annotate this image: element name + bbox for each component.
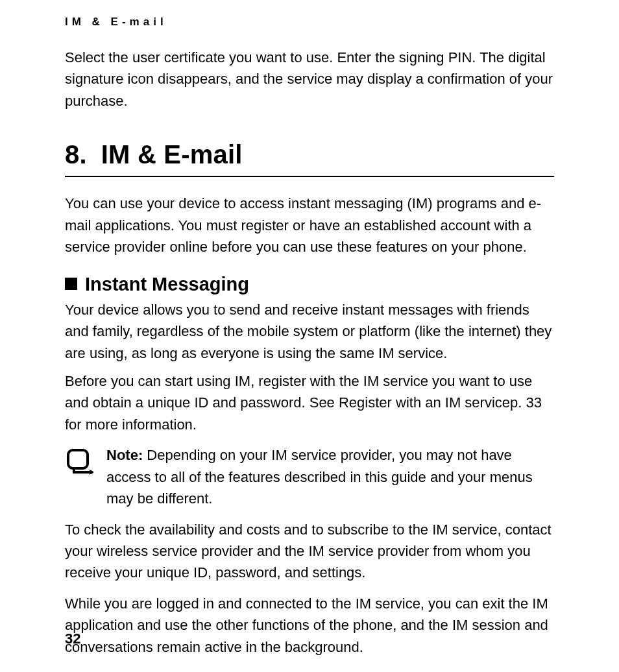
running-header: IM & E-mail xyxy=(65,16,554,29)
chapter-intro-paragraph: You can use your device to access instan… xyxy=(65,193,554,258)
chapter-rule xyxy=(65,176,554,177)
section-paragraph-2: Before you can start using IM, register … xyxy=(65,370,554,435)
section-paragraph-3: To check the availability and costs and … xyxy=(65,519,554,584)
document-page: IM & E-mail Select the user certificate … xyxy=(0,0,619,672)
section-paragraph-4: While you are logged in and connected to… xyxy=(65,593,554,658)
section-heading: Instant Messaging xyxy=(65,274,554,295)
svg-rect-0 xyxy=(68,450,88,468)
note-body: Depending on your IM service provider, y… xyxy=(106,447,533,507)
note-text: Note: Depending on your IM service provi… xyxy=(106,444,554,509)
chapter-number: 8. xyxy=(65,140,87,169)
note-block: Note: Depending on your IM service provi… xyxy=(65,444,554,509)
page-number: 32 xyxy=(65,630,80,647)
note-label: Note: xyxy=(106,447,143,463)
note-icon xyxy=(65,447,93,475)
intro-paragraph: Select the user certificate you want to … xyxy=(65,47,554,112)
section-paragraph-1: Your device allows you to send and recei… xyxy=(65,299,554,364)
svg-marker-1 xyxy=(90,470,93,475)
chapter-heading: 8.IM & E-mail xyxy=(65,140,554,169)
section-title-text: Instant Messaging xyxy=(85,274,249,294)
square-bullet-icon xyxy=(65,278,77,290)
chapter-title-text: IM & E-mail xyxy=(101,140,243,169)
